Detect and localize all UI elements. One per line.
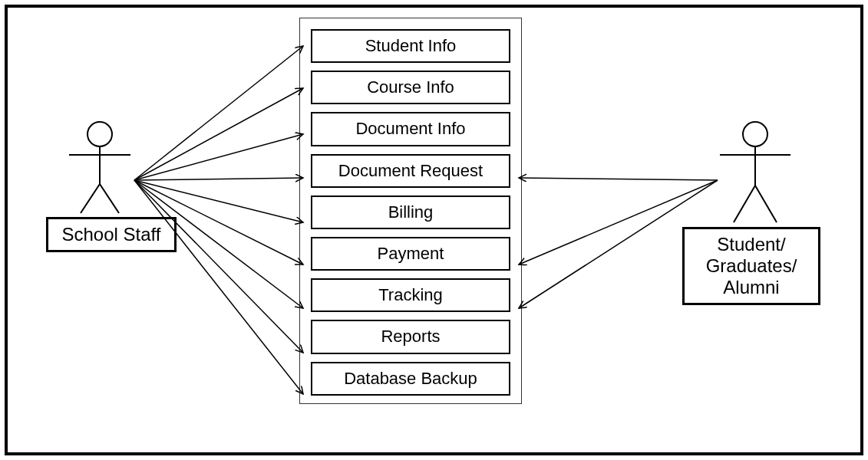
usecase-label: Reports (381, 327, 440, 346)
actor-label-line: Graduates/ (706, 255, 797, 276)
usecase-document-request: Document Request (311, 154, 510, 188)
usecase-document-info: Document Info (311, 112, 510, 146)
usecase-label: Student Info (365, 36, 457, 55)
actor-label-text: School Staff (62, 224, 161, 245)
usecase-label: Billing (388, 202, 434, 222)
usecase-tracking: Tracking (311, 278, 510, 312)
usecase-label: Payment (378, 244, 444, 263)
usecase-container: Student Info Course Info Document Info D… (299, 18, 522, 404)
usecase-label: Database Backup (344, 369, 477, 388)
usecase-payment: Payment (311, 237, 510, 271)
usecase-database-backup: Database Backup (311, 362, 510, 396)
usecase-course-info: Course Info (311, 71, 510, 104)
actor-label-line: Alumni (723, 277, 779, 297)
usecase-billing: Billing (311, 196, 510, 229)
actor-student-label: Student/ Graduates/ Alumni (682, 227, 820, 305)
usecase-label: Document Info (355, 119, 465, 138)
usecase-student-info: Student Info (311, 29, 510, 63)
usecase-label: Course Info (367, 77, 454, 97)
diagram-root: Student Info Course Info Document Info D… (0, 0, 868, 460)
usecase-reports: Reports (311, 320, 510, 353)
usecase-label: Tracking (378, 285, 443, 304)
actor-label-line: Student/ (717, 234, 785, 255)
actor-school-staff-label: School Staff (46, 217, 177, 252)
usecase-label: Document Request (338, 161, 483, 180)
